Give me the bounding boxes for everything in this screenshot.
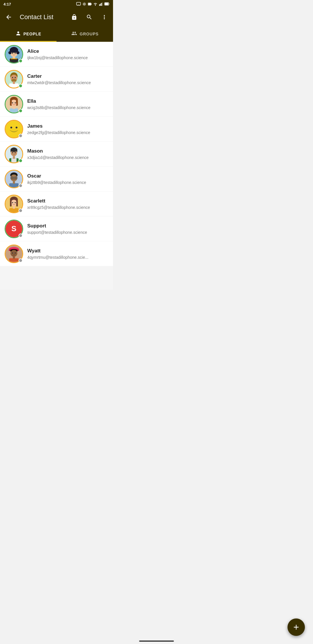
svg-rect-68	[10, 200, 11, 207]
svg-rect-34	[10, 100, 12, 106]
svg-point-81	[15, 252, 16, 254]
svg-point-50	[12, 152, 13, 153]
svg-point-1	[84, 3, 85, 5]
contact-email: ijkw1bsj@testadillophone.science	[27, 55, 108, 60]
svg-rect-30	[13, 81, 15, 84]
lock-button[interactable]	[68, 11, 81, 23]
svg-point-80	[12, 252, 13, 254]
status-indicator	[19, 59, 23, 63]
contact-name: Support	[27, 223, 108, 229]
svg-rect-40	[10, 108, 18, 113]
tab-groups[interactable]: GROUPS	[57, 26, 113, 42]
status-indicator	[19, 234, 23, 238]
svg-point-37	[15, 102, 16, 103]
svg-point-61	[12, 178, 12, 178]
contact-email: wcig3s8b@testadillophone.science	[27, 105, 108, 110]
svg-point-70	[12, 202, 13, 203]
avatar	[5, 195, 23, 213]
svg-rect-64	[13, 181, 15, 184]
svg-rect-53	[11, 158, 17, 162]
svg-point-18	[12, 52, 13, 53]
svg-rect-5	[99, 4, 100, 6]
svg-rect-11	[105, 3, 108, 5]
list-item[interactable]: Oscar ikjzttb9@testadillophone.science	[0, 167, 113, 191]
tab-groups-label: GROUPS	[80, 32, 99, 36]
svg-rect-3	[91, 3, 92, 5]
svg-rect-63	[9, 183, 19, 187]
svg-point-27	[12, 77, 13, 78]
status-indicator	[19, 84, 23, 88]
svg-rect-54	[13, 156, 15, 159]
contact-name: Mason	[27, 148, 108, 154]
status-bar: 4:17	[0, 0, 113, 8]
svg-rect-73	[13, 206, 15, 209]
list-item[interactable]: Ella wcig3s8b@testadillophone.science	[0, 92, 113, 116]
contact-name: Ella	[27, 98, 108, 104]
svg-point-44	[10, 126, 12, 128]
contact-email: ikjzttb9@testadillophone.science	[27, 180, 108, 185]
status-indicator	[19, 209, 23, 213]
back-button[interactable]	[2, 11, 15, 23]
contact-info: Wyatt 4qymrtmu@testadillophone.scie...	[27, 248, 108, 260]
svg-rect-29	[9, 83, 19, 88]
avatar	[5, 170, 23, 188]
svg-rect-85	[13, 256, 15, 258]
svg-point-71	[15, 202, 16, 203]
status-indicator	[19, 134, 23, 138]
svg-point-16	[8, 51, 12, 54]
avatar	[5, 95, 23, 113]
contact-info: Ella wcig3s8b@testadillophone.science	[27, 98, 108, 110]
contact-info: Mason x3djia1d@testadillophone.science	[27, 148, 108, 160]
contact-name: Scarlett	[27, 198, 108, 204]
status-indicator	[19, 109, 23, 113]
svg-point-43	[7, 122, 21, 136]
page-title: Contact List	[17, 13, 65, 21]
list-item[interactable]: Wyatt 4qymrtmu@testadillophone.scie...	[0, 241, 113, 266]
list-item[interactable]: Carter mtw2wtdr@testadillophone.science	[0, 67, 113, 91]
avatar	[5, 145, 23, 163]
svg-point-79	[10, 250, 17, 257]
svg-rect-83	[9, 259, 19, 260]
app-bar: Contact List	[0, 8, 113, 26]
person-icon	[15, 30, 21, 38]
svg-point-39	[15, 103, 17, 105]
svg-point-67	[11, 200, 17, 206]
svg-rect-69	[16, 200, 18, 207]
svg-rect-82	[9, 258, 19, 262]
svg-rect-84	[9, 260, 19, 261]
contact-info: Alice ijkw1bsj@testadillophone.science	[27, 48, 108, 60]
list-item[interactable]: Scarlett xr89cgz5@testadillophone.scienc…	[0, 191, 113, 216]
svg-point-19	[14, 52, 16, 53]
list-item[interactable]: Alice ijkw1bsj@testadillophone.science	[0, 42, 113, 66]
contact-list: Alice ijkw1bsj@testadillophone.science	[0, 42, 113, 290]
status-indicator	[19, 258, 23, 263]
contact-email: xr89cgz5@testadillophone.science	[27, 205, 108, 210]
svg-rect-35	[16, 100, 18, 106]
contact-info: Oscar ikjzttb9@testadillophone.science	[27, 173, 108, 185]
tab-people[interactable]: PEOPLE	[0, 26, 57, 42]
list-item[interactable]: James zedge2fg@testadillophone.science	[0, 117, 113, 141]
svg-point-45	[16, 126, 17, 128]
list-item[interactable]: Mason x3djia1d@testadillophone.science	[0, 142, 113, 166]
tab-people-label: PEOPLE	[23, 32, 41, 36]
contact-email: 4qymrtmu@testadillophone.scie...	[27, 255, 108, 260]
contact-email: zedge2fg@testadillophone.science	[27, 130, 108, 135]
group-icon	[71, 30, 77, 38]
svg-point-17	[16, 51, 19, 54]
contact-name: Oscar	[27, 173, 108, 179]
avatar	[5, 245, 23, 263]
contact-name: Wyatt	[27, 248, 108, 254]
svg-point-49	[10, 148, 17, 152]
status-time: 4:17	[3, 2, 11, 6]
svg-point-36	[12, 102, 13, 103]
svg-rect-72	[9, 208, 19, 212]
svg-rect-10	[109, 3, 109, 4]
svg-point-62	[15, 178, 16, 178]
more-options-button[interactable]	[98, 11, 111, 23]
search-button[interactable]	[83, 11, 96, 23]
list-item[interactable]: S Support support@testadillophone.scienc…	[0, 216, 113, 241]
contact-name: James	[27, 123, 108, 129]
contact-info: James zedge2fg@testadillophone.science	[27, 123, 108, 135]
svg-point-28	[15, 77, 16, 78]
status-indicator	[19, 184, 23, 188]
